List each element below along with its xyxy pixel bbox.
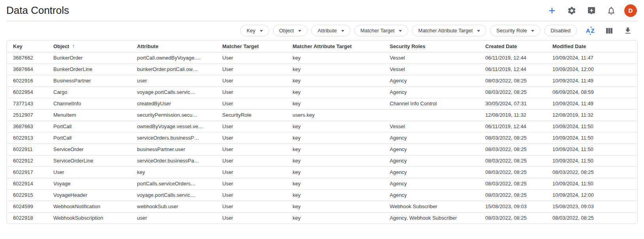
cell-attribute: bunkerOrder.portCall.ow… — [131, 63, 216, 75]
sort-button[interactable]: A Z — [586, 26, 596, 36]
filter-chip-attribute[interactable]: Attribute — [311, 25, 350, 36]
cell-security-roles: Agency — [383, 189, 479, 201]
table-row-4[interactable]: 6022954Cargovoyage.portCalls.servic…User… — [7, 86, 638, 98]
cell-created-date: 06/11/2019, 12:44 — [479, 63, 546, 75]
cell-key: 3687663 — [7, 121, 47, 132]
cell-matcher-attribute-target: key — [286, 166, 383, 178]
table-row-14[interactable]: 6024599WebhookNotificationwebhookSub.use… — [7, 201, 638, 212]
cell-security-roles: Vessel — [383, 121, 479, 132]
filter-chip-security-role[interactable]: Security Role — [490, 25, 541, 36]
cell-created-date: 06/11/2019, 12:44 — [479, 52, 546, 63]
column-header-modified-date[interactable]: Modified Date — [546, 41, 638, 52]
chevron-down-icon — [298, 30, 301, 32]
cell-matcher-attribute-target: key — [286, 121, 383, 132]
cell-object: ServiceOrderLine — [47, 155, 131, 166]
sort-ascending-icon: ↑ — [72, 43, 75, 49]
cell-created-date: 15/08/2023, 09:03 — [479, 201, 546, 212]
cell-created-date: 08/03/2022, 08:25 — [479, 155, 546, 166]
column-header-key[interactable]: Key — [7, 41, 47, 52]
avatar[interactable]: D — [624, 4, 637, 17]
sparkle-badge-icon — [587, 6, 596, 15]
filter-chip-disabled[interactable]: Disabled — [544, 25, 577, 36]
cell-matcher-attribute-target: users.key — [286, 109, 383, 121]
add-button[interactable] — [546, 5, 558, 17]
cell-created-date: 12/08/2019, 11:32 — [479, 109, 546, 121]
table-row-8[interactable]: 6022913PortCallserviceOrders.businessP…U… — [7, 132, 638, 144]
cell-created-date: 08/03/2022, 08:25 — [479, 166, 546, 178]
table-row-7[interactable]: 3687663PortCallownedByVoyage.vessel.ve…U… — [7, 121, 638, 132]
cell-attribute: createdByUser — [131, 98, 216, 109]
cell-matcher-target: User — [216, 86, 286, 98]
chevron-down-icon — [477, 30, 480, 32]
cell-created-date: 08/03/2022, 08:25 — [479, 189, 546, 201]
cell-matcher-target: User — [216, 144, 286, 155]
table-row-2[interactable]: 3687664BunkerOrderLinebunkerOrder.portCa… — [7, 63, 638, 75]
table-row-13[interactable]: 6022915VoyageHeadervoyage.portCalls.serv… — [7, 189, 638, 201]
cell-matcher-attribute-target: key — [286, 86, 383, 98]
cell-attribute: businessPartner.user — [131, 144, 216, 155]
cell-matcher-target: User — [216, 63, 286, 75]
cell-security-roles: Agency — [383, 144, 479, 155]
cell-attribute: webhookSub.user — [131, 201, 216, 212]
cell-modified-date: 10/09/2024, 12:00 — [546, 189, 638, 201]
cell-matcher-target: User — [216, 201, 286, 212]
cell-modified-date: 12/08/2019, 11:32 — [546, 109, 638, 121]
filter-chip-matcher-attribute-target[interactable]: Matcher Attribute Target — [412, 25, 486, 36]
cell-matcher-target: User — [216, 98, 286, 109]
cell-modified-date: 08/03/2022, 08:25 — [546, 212, 638, 224]
cell-matcher-target: User — [216, 155, 286, 166]
columns-icon — [605, 26, 614, 35]
cell-attribute: voyage.portCalls.servic… — [131, 86, 216, 98]
table-row-9[interactable]: 6022911ServiceOrderbusinessPartner.userU… — [7, 144, 638, 155]
table-row-3[interactable]: 6022916BusinessPartneruserUserkeyAgency0… — [7, 75, 638, 86]
page-title: Data Controls — [6, 4, 69, 17]
filter-chip-object[interactable]: Object — [273, 25, 308, 36]
cell-object: User — [47, 166, 131, 178]
table-row-12[interactable]: 6022914VoyageportCalls.serviceOrders…Use… — [7, 178, 638, 189]
cell-key: 6022915 — [7, 189, 47, 201]
filter-chip-key[interactable]: Key — [240, 25, 269, 36]
cell-modified-date: 15/08/2023, 09:03 — [546, 201, 638, 212]
bell-icon — [606, 6, 616, 15]
notifications-button[interactable] — [605, 5, 617, 17]
cell-key: 2512907 — [7, 109, 47, 121]
download-button[interactable] — [623, 26, 633, 36]
cell-matcher-target: User — [216, 189, 286, 201]
column-header-created-date[interactable]: Created Date — [479, 41, 546, 52]
cell-object: Cargo — [47, 86, 131, 98]
cell-modified-date: 10/09/2024, 11:50 — [546, 155, 638, 166]
settings-button[interactable] — [566, 5, 578, 17]
whats-new-button[interactable] — [586, 5, 597, 17]
filter-chip-label: Attribute — [317, 28, 336, 34]
column-header-security-roles[interactable]: Security Roles — [383, 41, 479, 52]
cell-object: VoyageHeader — [47, 189, 131, 201]
columns-button[interactable] — [604, 26, 614, 36]
chevron-down-icon — [341, 30, 344, 32]
cell-object: BunkerOrder — [47, 52, 131, 63]
table-row-10[interactable]: 6022912ServiceOrderLineserviceOrder.busi… — [7, 155, 638, 166]
table-row-1[interactable]: 3687662BunkerOrderportCall.ownedByVoyage… — [7, 52, 638, 63]
cell-key: 3687662 — [7, 52, 47, 63]
cell-security-roles: Agency — [383, 75, 479, 86]
cell-key: 6022911 — [7, 144, 47, 155]
cell-security-roles: Vessel — [383, 52, 479, 63]
cell-security-roles: Agency — [383, 166, 479, 178]
column-header-matcher-target[interactable]: Matcher Target — [216, 41, 286, 52]
cell-modified-date: 06/09/2024, 08:59 — [546, 86, 638, 98]
column-header-object[interactable]: Object↑ — [47, 41, 131, 52]
svg-text:Z: Z — [591, 28, 595, 34]
column-header-attribute[interactable]: Attribute — [131, 41, 216, 52]
cell-attribute: portCall.ownedByVoyage.… — [131, 52, 216, 63]
table-row-15[interactable]: 6022918WebhookSubscriptionuserUserkeyAge… — [7, 212, 638, 224]
column-header-matcher-attribute-target[interactable]: Matcher Attribute Target — [286, 41, 383, 52]
cell-modified-date: 10/09/2024, 11:50 — [546, 144, 638, 155]
header-actions: D — [546, 4, 637, 17]
table-row-11[interactable]: 6022917UserkeyUserkeyAgency08/03/2022, 0… — [7, 166, 638, 178]
table-row-6[interactable]: 2512907MenuItemsecurityPermission.secu…S… — [7, 109, 638, 121]
chevron-down-icon — [399, 30, 402, 32]
data-table: KeyObject↑AttributeMatcher TargetMatcher… — [6, 40, 638, 224]
table-row-5[interactable]: 7377143ChannelInfocreatedByUserUserkeyCh… — [7, 98, 638, 109]
filter-chip-matcher-target[interactable]: Matcher Target — [354, 25, 408, 36]
gear-icon — [567, 6, 576, 15]
cell-attribute: serviceOrders.businessP… — [131, 132, 216, 144]
